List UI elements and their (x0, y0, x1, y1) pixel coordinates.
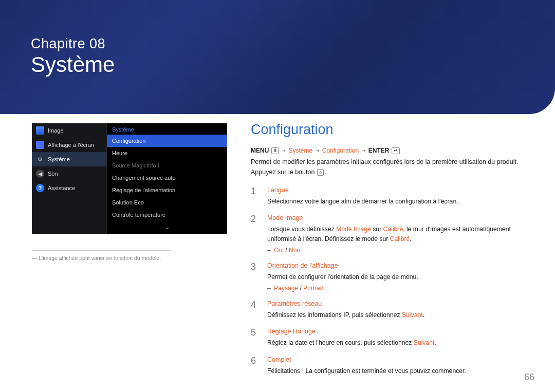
page-number: 66 (524, 372, 534, 383)
bc-arrow: → (281, 147, 287, 154)
tv-right-item-temp: Contrôle température (107, 209, 227, 221)
step-body: Définissez les informations IP, puis sél… (267, 310, 529, 320)
enter-button-icon: ↵ (392, 147, 400, 154)
tv-menu-right-panel: Système Configuration Heure Source Magic… (106, 123, 227, 234)
tv-menu-screenshot: Image Affichage à l'écran ⚙ Système ◀ So… (32, 123, 227, 234)
step-complete: Complet Félicitations ! La configuration… (251, 356, 529, 376)
steps-list: Langue Sélectionnez votre langue afin de… (251, 186, 529, 376)
step-body: Permet de configurer l'orientation de la… (267, 272, 529, 282)
step-body: Félicitations ! La configuration est ter… (267, 366, 529, 376)
tv-right-header: Système (107, 123, 227, 135)
bc-arrow: → (360, 147, 366, 154)
bc-configuration: Configuration (322, 147, 359, 154)
tv-right-item-configuration: Configuration (107, 135, 227, 147)
bc-menu: MENU (251, 147, 269, 154)
tv-left-item-help: ? Assistance (32, 181, 106, 195)
intro-text-b: . (324, 169, 326, 176)
step-mode-image: Mode Image Lorsque vous définissez Mode … (251, 214, 529, 254)
help-icon: ? (36, 184, 44, 192)
chapter-label: Chapitre 08 (31, 36, 524, 52)
step-body: Sélectionnez votre langue afin de démarr… (267, 197, 529, 206)
step-orientation: Orientation de l'affichage Permet de con… (251, 262, 529, 292)
tv-left-label: Image (48, 127, 64, 134)
tv-left-label: Système (48, 156, 70, 162)
tv-left-label: Affichage à l'écran (48, 142, 94, 148)
bc-enter: ENTER (368, 147, 390, 154)
chapter-header: Chapitre 08 Système (0, 0, 555, 114)
tv-right-item-power: Réglage de l'alimentation (107, 184, 227, 196)
tv-right-item-source-auto: Changement source auto (107, 172, 227, 184)
step-body: Lorsque vous définissez Mode Image sur C… (267, 225, 529, 244)
tv-left-item-sound: ◀ Son (32, 166, 106, 181)
step-title: Langue (267, 186, 529, 194)
tv-menu-left-panel: Image Affichage à l'écran ⚙ Système ◀ So… (32, 123, 106, 234)
step-langue: Langue Sélectionnez votre langue afin de… (251, 186, 529, 206)
tv-right-item-heure: Heure (107, 147, 227, 159)
sound-icon: ◀ (36, 170, 44, 178)
step-network: Paramètres réseau Définissez les informa… (251, 300, 529, 320)
bc-arrow: → (314, 147, 320, 154)
chevron-down-icon: ⌄ (165, 224, 170, 230)
step-title: Mode Image (267, 214, 529, 221)
step-title: Paramètres réseau (267, 300, 529, 307)
intro-text-a: Permet de modifier les paramètres initia… (251, 158, 518, 175)
step-body: Réglez la date et l'heure en cours, puis… (267, 338, 529, 347)
screen-icon (36, 141, 44, 149)
menu-path: MENU Ⅲ → Système → Configuration → ENTER… (251, 147, 529, 154)
step-clock: Réglage Horloge Réglez la date et l'heur… (251, 328, 529, 347)
step-options: – Paysage / Portrait (267, 285, 529, 292)
step-title: Réglage Horloge (267, 328, 529, 335)
tv-right-more-arrow: ⌄ (107, 221, 227, 234)
bc-system: Système (288, 147, 312, 154)
image-icon (36, 126, 44, 135)
menu-button-icon: Ⅲ (271, 147, 279, 154)
section-heading: Configuration (251, 122, 529, 138)
chapter-title: Système (31, 53, 524, 77)
tv-right-item-magicinfo: Source MagicInfo I (107, 159, 227, 172)
tv-left-item-system: ⚙ Système (32, 152, 106, 166)
tv-left-label: Assistance (48, 185, 75, 191)
circle-button-icon: ○ (317, 169, 324, 176)
tv-left-label: Son (48, 171, 58, 177)
step-title: Complet (267, 356, 529, 363)
footnote-divider (32, 250, 171, 251)
step-title: Orientation de l'affichage (267, 262, 529, 269)
gear-icon: ⚙ (36, 155, 44, 163)
intro-paragraph: Permet de modifier les paramètres initia… (251, 157, 529, 177)
footnote-text: ― L'image affichée peut varier en foncti… (32, 255, 231, 261)
step-options: – Oui / Non (267, 247, 529, 254)
tv-left-item-screen: Affichage à l'écran (32, 138, 106, 152)
tv-right-item-eco: Solution Eco (107, 196, 227, 209)
tv-left-item-image: Image (32, 123, 106, 138)
